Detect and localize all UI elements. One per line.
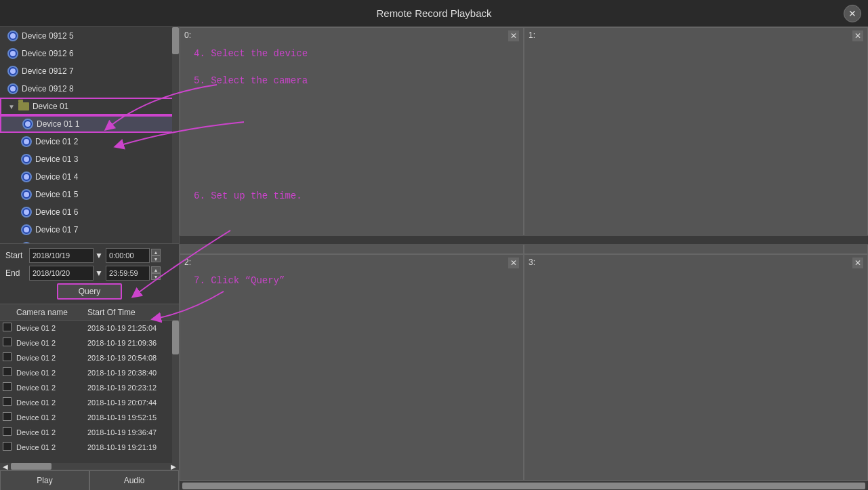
td-check[interactable]: [0, 367, 14, 378]
close-button[interactable]: ✕: [844, 5, 861, 22]
tree-item-device01[interactable]: ▼ Device 01: [0, 98, 179, 115]
camera-icon: [20, 136, 33, 148]
td-time: 2018-10-19 21:25:04: [85, 324, 179, 332]
results-table: Camera name Start Of Time Device 01 2 20…: [0, 304, 179, 470]
end-label: End: [5, 268, 29, 278]
title-bar: Remote Record Playback ✕: [0, 0, 868, 27]
h-scroll-thumb[interactable]: [11, 463, 51, 470]
camera-icon: [7, 47, 19, 60]
checkbox[interactable]: [3, 382, 12, 391]
end-date-arrow: ▼: [95, 268, 103, 278]
end-date-input[interactable]: [29, 266, 94, 281]
h-scroll-left[interactable]: ◀: [0, 463, 11, 470]
checkbox[interactable]: [3, 323, 12, 331]
table-header: Camera name Start Of Time: [0, 304, 179, 321]
table-row[interactable]: Device 01 2 2018-10-19 20:38:40: [0, 365, 179, 380]
tree-scroll-thumb[interactable]: [172, 27, 179, 54]
timeline-divider: [180, 235, 868, 245]
video-cell-3-close[interactable]: ✕: [852, 258, 863, 268]
checkbox[interactable]: [3, 412, 12, 421]
tree-item-label: Device 01 6: [35, 207, 78, 217]
bottom-scroll-thumb[interactable]: [182, 483, 865, 489]
tree-item-device0912-7[interactable]: Device 0912 7: [0, 62, 179, 80]
td-check[interactable]: [0, 427, 14, 438]
start-time-down[interactable]: ▼: [151, 256, 161, 262]
start-time-input[interactable]: [106, 248, 150, 263]
query-button[interactable]: Query: [57, 283, 123, 300]
td-name: Device 01 2: [14, 443, 85, 451]
results-scroll-thumb[interactable]: [172, 321, 179, 354]
checkbox[interactable]: [3, 397, 12, 406]
td-time: 2018-10-19 20:23:12: [85, 384, 179, 392]
tree-item-label: Device 0912 6: [22, 49, 74, 58]
checkbox[interactable]: [3, 338, 12, 346]
td-check[interactable]: [0, 397, 14, 408]
camera-icon: [7, 65, 19, 77]
tree-item-device0912-5[interactable]: Device 0912 5: [0, 27, 179, 45]
tree-item-label: Device 01 2: [35, 137, 78, 146]
checkbox[interactable]: [3, 442, 12, 451]
left-panel: Device 0912 5 Device 0912 6 Device 0912 …: [0, 27, 180, 490]
tree-item-device01-8[interactable]: Device 01 8: [0, 239, 179, 243]
td-check[interactable]: [0, 412, 14, 423]
end-row: End ▼ ▲ ▼: [5, 266, 173, 281]
audio-button[interactable]: Audio: [89, 470, 179, 490]
end-time-down[interactable]: ▼: [151, 273, 161, 280]
tree-item-device0912-6[interactable]: Device 0912 6: [0, 45, 179, 62]
tree-item-label: Device 01 3: [35, 155, 78, 164]
table-row[interactable]: Device 01 2 2018-10-19 21:25:04: [0, 321, 179, 335]
video-cell-2-label: 2:: [184, 258, 191, 267]
tree-item-label: Device 0912 8: [22, 84, 74, 94]
th-time: Start Of Time: [85, 308, 172, 317]
camera-icon: [20, 188, 33, 201]
tree-item-device01-2[interactable]: Device 01 2: [0, 133, 179, 150]
table-body[interactable]: Device 01 2 2018-10-19 21:25:04 Device 0…: [0, 321, 179, 463]
end-time-up[interactable]: ▲: [151, 266, 161, 273]
video-cell-0-close[interactable]: ✕: [508, 30, 519, 41]
tree-item-device0912-8[interactable]: Device 0912 8: [0, 80, 179, 98]
table-row[interactable]: Device 01 2 2018-10-19 20:07:44: [0, 395, 179, 410]
folder-icon: [18, 100, 30, 113]
tree-item-device01-7[interactable]: Device 01 7: [0, 221, 179, 239]
results-scrollbar[interactable]: [172, 321, 179, 463]
end-time-input[interactable]: [106, 266, 150, 281]
start-date-input[interactable]: [29, 248, 94, 263]
checkbox[interactable]: [3, 367, 12, 376]
tree-item-device01-3[interactable]: Device 01 3: [0, 150, 179, 168]
td-check[interactable]: [0, 338, 14, 348]
h-scroll-right[interactable]: ▶: [168, 463, 179, 470]
tree-item-device01-4[interactable]: Device 01 4: [0, 168, 179, 186]
start-time-spinner[interactable]: ▲ ▼: [151, 249, 161, 262]
tree-item-device01-6[interactable]: Device 01 6: [0, 203, 179, 221]
checkbox[interactable]: [3, 352, 12, 361]
results-h-scrollbar[interactable]: ◀ ▶: [0, 463, 179, 470]
tree-scrollbar[interactable]: [172, 27, 179, 243]
tree-item-device01-1[interactable]: Device 01 1: [0, 115, 179, 133]
checkbox[interactable]: [3, 427, 12, 436]
td-check[interactable]: [0, 352, 14, 363]
td-check[interactable]: [0, 323, 14, 333]
table-row[interactable]: Device 01 2 2018-10-19 19:36:47: [0, 425, 179, 440]
tree-item-label: Device 01 4: [35, 172, 78, 182]
table-row[interactable]: Device 01 2 2018-10-19 19:21:19: [0, 440, 179, 455]
video-cell-3: 3: ✕: [524, 254, 868, 481]
table-row[interactable]: Device 01 2 2018-10-19 20:54:08: [0, 350, 179, 365]
td-name: Device 01 2: [14, 399, 85, 407]
video-cell-1-close[interactable]: ✕: [852, 30, 863, 41]
tree-item-device01-5[interactable]: Device 01 5: [0, 186, 179, 203]
bottom-scrollbar[interactable]: [180, 481, 868, 490]
start-time-up[interactable]: ▲: [151, 249, 161, 256]
video-cell-2-close[interactable]: ✕: [508, 258, 519, 268]
play-button[interactable]: Play: [0, 470, 89, 490]
camera-icon: [20, 206, 33, 218]
td-check[interactable]: [0, 382, 14, 393]
tree-item-label: Device 01 7: [35, 225, 78, 234]
tree-scroll[interactable]: Device 0912 5 Device 0912 6 Device 0912 …: [0, 27, 179, 243]
instruction-6: 6. Set up the time.: [194, 190, 302, 201]
table-row[interactable]: Device 01 2 2018-10-19 19:52:15: [0, 410, 179, 425]
td-check[interactable]: [0, 442, 14, 453]
end-time-spinner[interactable]: ▲ ▼: [151, 266, 161, 280]
table-row[interactable]: Device 01 2 2018-10-19 21:09:36: [0, 335, 179, 350]
table-row[interactable]: Device 01 2 2018-10-19 20:23:12: [0, 380, 179, 395]
video-cell-0: 0: ✕ 4. Select the device 5. Select the …: [180, 27, 524, 254]
